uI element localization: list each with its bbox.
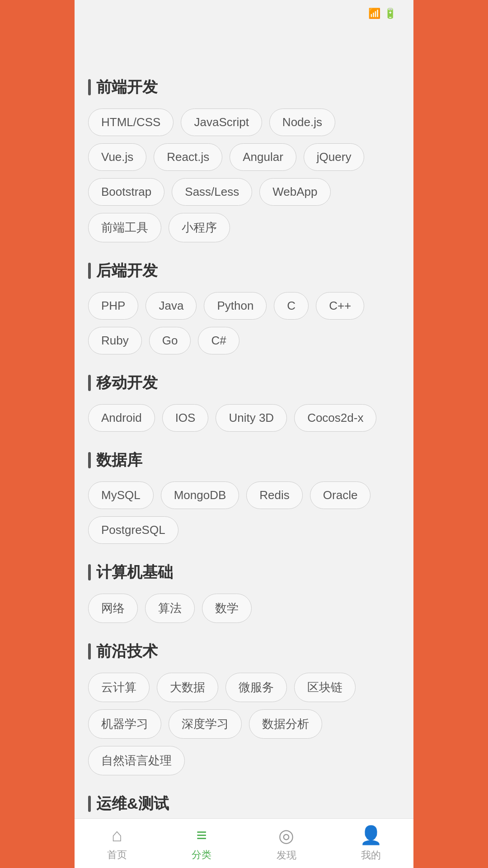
section-frontend: 前端开发HTML/CSSJavaScriptNode.jsVue.jsReact… — [75, 68, 413, 247]
nav-item-category[interactable]: ≡分类 — [160, 825, 244, 862]
tags-frontier: 云计算大数据微服务区块链机器学习深度学习数据分析自然语言处理 — [88, 673, 400, 775]
tag-自然语言处理[interactable]: 自然语言处理 — [88, 746, 185, 775]
tag-IOS[interactable]: IOS — [162, 404, 209, 432]
tag-Go[interactable]: Go — [149, 327, 191, 354]
section-title-frontier: 前沿技术 — [88, 641, 400, 662]
tag-Android[interactable]: Android — [88, 404, 155, 432]
section-mobile: 移动开发AndroidIOSUnity 3DCocos2d-x — [75, 363, 413, 436]
tag-Angular[interactable]: Angular — [230, 143, 296, 171]
section-title-database: 数据库 — [88, 450, 400, 471]
tag-Sass/Less[interactable]: Sass/Less — [172, 178, 252, 206]
tag-PostgreSQL[interactable]: PostgreSQL — [88, 516, 178, 544]
tags-database: MySQLMongoDBRedisOraclePostgreSQL — [88, 481, 400, 544]
nav-item-mine[interactable]: 👤我的 — [329, 825, 414, 862]
tag-Ruby[interactable]: Ruby — [88, 327, 142, 354]
tag-C[interactable]: C — [274, 292, 309, 320]
tag-大数据[interactable]: 大数据 — [157, 673, 218, 702]
nav-item-discover[interactable]: ◎发现 — [244, 825, 329, 862]
section-title-mobile: 移动开发 — [88, 373, 400, 393]
nav-label-home: 首页 — [107, 848, 127, 862]
tag-前端工具[interactable]: 前端工具 — [88, 213, 161, 242]
tags-frontend: HTML/CSSJavaScriptNode.jsVue.jsReact.jsA… — [88, 108, 400, 242]
section-devops: 运维&测试测试运维 — [75, 784, 413, 818]
section-frontier: 前沿技术云计算大数据微服务区块链机器学习深度学习数据分析自然语言处理 — [75, 632, 413, 780]
section-title-frontend: 前端开发 — [88, 77, 400, 98]
tag-微服务[interactable]: 微服务 — [225, 673, 287, 702]
tag-jQuery[interactable]: jQuery — [304, 143, 365, 171]
tag-React.js[interactable]: React.js — [154, 143, 222, 171]
tag-区块链[interactable]: 区块链 — [294, 673, 356, 702]
section-title-backend: 后端开发 — [88, 260, 400, 281]
tag-PHP[interactable]: PHP — [88, 292, 138, 320]
tag-Unity 3D[interactable]: Unity 3D — [216, 404, 287, 432]
tag-算法[interactable]: 算法 — [145, 594, 195, 623]
tag-Oracle[interactable]: Oracle — [310, 481, 371, 509]
tag-HTML/CSS[interactable]: HTML/CSS — [88, 108, 174, 136]
status-bar: 📶 🔋 — [75, 0, 413, 27]
tag-Redis[interactable]: Redis — [246, 481, 302, 509]
status-icons: 📶 🔋 — [368, 8, 400, 19]
section-basics: 计算机基础网络算法数学 — [75, 553, 413, 627]
nav-icon-home: ⌂ — [112, 825, 122, 845]
nav-item-home[interactable]: ⌂首页 — [75, 825, 160, 862]
nav-label-category: 分类 — [192, 848, 211, 862]
section-title-basics: 计算机基础 — [88, 562, 400, 583]
nav-label-mine: 我的 — [361, 849, 381, 862]
tag-Python[interactable]: Python — [204, 292, 267, 320]
phone-frame: 📶 🔋 前端开发HTML/CSSJavaScriptNode.jsVue.jsR… — [75, 0, 413, 868]
tag-深度学习[interactable]: 深度学习 — [169, 709, 242, 739]
tags-mobile: AndroidIOSUnity 3DCocos2d-x — [88, 404, 400, 432]
content-area[interactable]: 前端开发HTML/CSSJavaScriptNode.jsVue.jsReact… — [75, 63, 413, 818]
tag-MongoDB[interactable]: MongoDB — [161, 481, 239, 509]
tag-数学[interactable]: 数学 — [202, 594, 252, 623]
section-title-devops: 运维&测试 — [88, 793, 400, 814]
tag-Cocos2d-x[interactable]: Cocos2d-x — [294, 404, 376, 432]
nav-label-discover: 发现 — [277, 849, 296, 862]
nav-icon-discover: ◎ — [278, 825, 294, 846]
tag-小程序[interactable]: 小程序 — [169, 213, 230, 242]
tag-C++[interactable]: C++ — [316, 292, 364, 320]
tag-Java[interactable]: Java — [145, 292, 197, 320]
bottom-navigation: ⌂首页≡分类◎发现👤我的 — [75, 818, 413, 868]
tag-MySQL[interactable]: MySQL — [88, 481, 154, 509]
tag-C#[interactable]: C# — [198, 327, 239, 354]
tag-Vue.js[interactable]: Vue.js — [88, 143, 146, 171]
battery-icon: 🔋 — [384, 8, 396, 19]
section-database: 数据库MySQLMongoDBRedisOraclePostgreSQL — [75, 441, 413, 548]
tag-JavaScript[interactable]: JavaScript — [181, 108, 262, 136]
tag-Bootstrap[interactable]: Bootstrap — [88, 178, 164, 206]
tags-basics: 网络算法数学 — [88, 594, 400, 623]
tag-云计算[interactable]: 云计算 — [88, 673, 150, 702]
tag-WebApp[interactable]: WebApp — [259, 178, 330, 206]
tag-网络[interactable]: 网络 — [88, 594, 138, 623]
wifi-icon: 📶 — [368, 8, 380, 19]
tag-Node.js[interactable]: Node.js — [269, 108, 335, 136]
section-backend: 后端开发PHPJavaPythonCC++RubyGoC# — [75, 251, 413, 359]
tag-数据分析[interactable]: 数据分析 — [249, 709, 322, 739]
tags-backend: PHPJavaPythonCC++RubyGoC# — [88, 292, 400, 354]
nav-icon-category: ≡ — [197, 825, 207, 845]
tag-机器学习[interactable]: 机器学习 — [88, 709, 161, 739]
page-header — [75, 27, 413, 63]
nav-icon-mine: 👤 — [360, 825, 382, 846]
